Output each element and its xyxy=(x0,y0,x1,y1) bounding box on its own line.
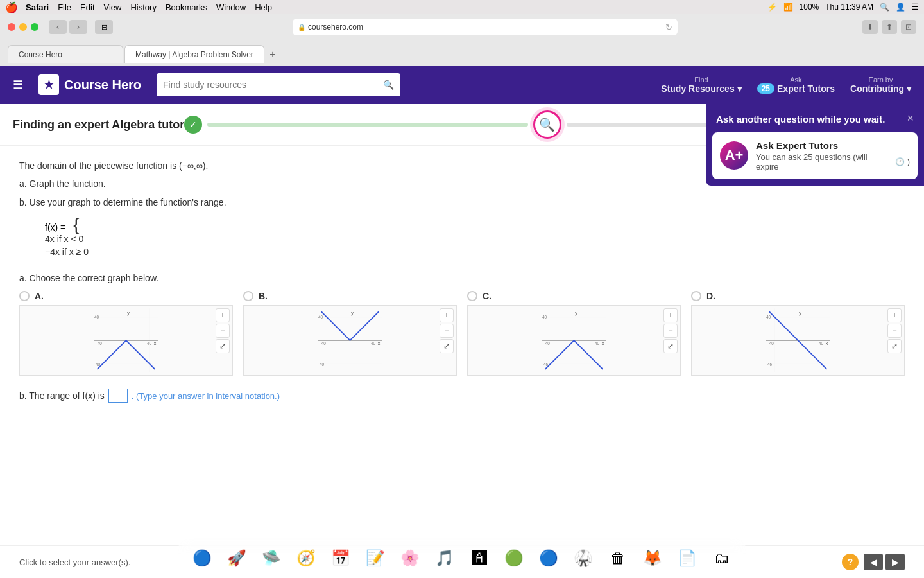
expand-a[interactable]: ⤢ xyxy=(216,339,230,353)
svg-text:-46: -46 xyxy=(542,362,549,367)
dock-notes[interactable]: 📝 xyxy=(360,543,391,574)
zoom-out-b[interactable]: − xyxy=(440,324,454,338)
wifi-icon: 📶 xyxy=(783,3,793,12)
dock-photos[interactable]: 🌸 xyxy=(395,543,425,574)
progress-check: ✓ xyxy=(184,116,202,134)
dock-karate[interactable]: 🥋 xyxy=(568,543,599,574)
nav-find[interactable]: Find Study Resources ▾ xyxy=(661,76,741,94)
page-area: ☰ ★ Course Hero 🔍 Find Study Resources ▾… xyxy=(0,66,924,578)
nav-ask[interactable]: Ask 25 Expert Tutors xyxy=(757,76,835,94)
close-button[interactable] xyxy=(8,23,15,31)
dock-firefox[interactable]: 🦊 xyxy=(637,543,668,574)
apple-menu[interactable]: 🍎 xyxy=(5,1,18,13)
menubar-safari[interactable]: Safari xyxy=(26,3,49,12)
zoom-in-a[interactable]: + xyxy=(216,308,230,322)
radio-d[interactable] xyxy=(691,291,701,301)
label-b: B. xyxy=(259,291,268,301)
search-input[interactable] xyxy=(163,80,378,90)
svg-text:y: y xyxy=(351,310,354,316)
dock-grammarly[interactable]: 🟢 xyxy=(499,543,529,574)
svg-text:-40: -40 xyxy=(768,341,774,346)
zoom-in-c[interactable]: + xyxy=(663,308,678,322)
menubar-bookmarks[interactable]: Bookmarks xyxy=(166,3,207,12)
range-input[interactable] xyxy=(108,389,128,403)
mac-menubar: 🍎 Safari File Edit View History Bookmark… xyxy=(0,0,924,14)
radio-c[interactable] xyxy=(467,291,477,301)
menubar-file[interactable]: File xyxy=(58,3,71,12)
radio-b[interactable] xyxy=(243,291,253,301)
range-input-row: b. The range of f(x) is . (Type your ans… xyxy=(19,389,905,403)
zoom-in-d[interactable]: + xyxy=(887,308,902,322)
ch-search-bar[interactable]: 🔍 xyxy=(157,73,400,96)
dock-calendar[interactable]: 📅 xyxy=(325,543,356,574)
new-tab-plus[interactable]: + xyxy=(266,48,280,62)
zoom-out-d[interactable]: − xyxy=(887,324,902,338)
dock-launchpad[interactable]: 🚀 xyxy=(221,543,252,574)
menubar-edit[interactable]: Edit xyxy=(80,3,94,12)
dock-trash[interactable]: 🗑 xyxy=(603,543,633,574)
forward-button[interactable]: › xyxy=(69,20,87,34)
zoom-out-c[interactable]: − xyxy=(663,324,678,338)
user-icon[interactable]: 👤 xyxy=(896,3,905,12)
svg-text:40: 40 xyxy=(595,341,600,346)
click-hint: Click to select your answer(s). xyxy=(19,557,130,567)
dock-music[interactable]: 🎵 xyxy=(429,543,460,574)
dock-safari[interactable]: 🧭 xyxy=(291,543,321,574)
part-b-desc: b. Use your graph to determine the funct… xyxy=(19,195,905,209)
range-suffix: . (Type your answer in interval notation… xyxy=(132,391,280,401)
graph-controls-a: + − ⤢ xyxy=(216,308,230,353)
share-button[interactable]: ⬆ xyxy=(882,20,897,34)
function-display: f(x) = { 4x if x < 0 −4x if x ≥ 0 xyxy=(45,216,905,257)
reload-button[interactable]: ↻ xyxy=(665,22,672,32)
progress-search-icon: 🔍 xyxy=(533,110,561,139)
menubar-history[interactable]: History xyxy=(130,3,156,12)
graphs-grid: A. xyxy=(19,291,905,376)
prev-button[interactable]: ◀ xyxy=(864,554,883,570)
expand-d[interactable]: ⤢ xyxy=(887,339,902,353)
dock-bin[interactable]: 🗂 xyxy=(706,543,737,574)
label-c: C. xyxy=(483,291,492,301)
zoom-in-b[interactable]: + xyxy=(440,308,454,322)
maximize-button[interactable] xyxy=(31,23,38,31)
help-button[interactable]: ? xyxy=(842,554,859,570)
expand-b[interactable]: ⤢ xyxy=(440,339,454,353)
ch-logo: ★ Course Hero xyxy=(38,74,141,95)
piecewise-brace: { xyxy=(73,215,79,234)
graph-controls-c: + − ⤢ xyxy=(663,308,678,353)
label-a: A. xyxy=(35,291,44,301)
logo-star: ★ xyxy=(44,78,54,92)
tab-mathway[interactable]: Mathway | Algebra Problem Solver xyxy=(124,45,264,63)
zoom-out-a[interactable]: − xyxy=(216,324,230,338)
search-icon[interactable]: 🔍 xyxy=(880,3,889,12)
nav-buttons: ‹ › xyxy=(49,20,87,34)
tab-bar-button[interactable]: ⊟ xyxy=(95,20,113,34)
radio-a[interactable] xyxy=(19,291,30,301)
dock-file[interactable]: 📄 xyxy=(672,543,703,574)
hamburger-menu[interactable]: ☰ xyxy=(13,78,23,92)
svg-text:40: 40 xyxy=(766,315,771,319)
clock: Thu 11:39 AM xyxy=(825,3,873,12)
back-button[interactable]: ‹ xyxy=(49,20,67,34)
popup-notification: Ask another question while you wait. × A… xyxy=(706,104,924,186)
dock-appstore[interactable]: 🅰 xyxy=(464,543,495,574)
dock-rocket[interactable]: 🛸 xyxy=(256,543,287,574)
minimize-button[interactable] xyxy=(19,23,27,31)
new-tab-button[interactable]: ⊡ xyxy=(901,20,916,34)
dock-word[interactable]: 🔵 xyxy=(533,543,564,574)
expand-c[interactable]: ⤢ xyxy=(663,339,678,353)
popup-close-button[interactable]: × xyxy=(907,112,914,125)
menubar-window[interactable]: Window xyxy=(216,3,246,12)
download-button[interactable]: ⬇ xyxy=(862,20,878,34)
next-button[interactable]: ▶ xyxy=(886,554,905,570)
svg-text:x: x xyxy=(602,340,604,346)
tab-coursehero[interactable]: Course Hero xyxy=(8,45,123,63)
menubar-help[interactable]: Help xyxy=(255,3,272,12)
traffic-lights xyxy=(8,23,38,31)
options-icon[interactable]: ☰ xyxy=(912,3,919,12)
menubar-view[interactable]: View xyxy=(104,3,122,12)
ch-navigation: Find Study Resources ▾ Ask 25 Expert Tut… xyxy=(661,76,911,94)
dock-finder[interactable]: 🔵 xyxy=(187,543,218,574)
url-bar[interactable]: 🔒 coursehero.com ↻ xyxy=(293,19,678,35)
nav-earn[interactable]: Earn by Contributing ▾ xyxy=(850,76,911,94)
lock-icon: 🔒 xyxy=(298,24,305,31)
